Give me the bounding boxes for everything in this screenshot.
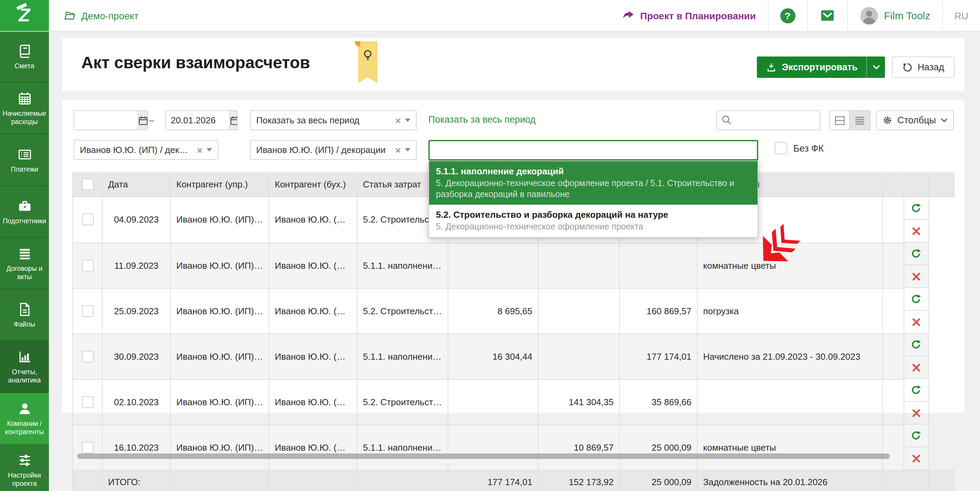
bar-chart-icon bbox=[17, 349, 32, 364]
sidebar-item-project-settings[interactable]: Настройки проекта bbox=[0, 445, 49, 491]
col-contractor-acc[interactable]: Контрагент (бух.) bbox=[269, 172, 357, 197]
list-view-button[interactable] bbox=[850, 110, 870, 130]
delete-row-button[interactable] bbox=[904, 220, 929, 242]
back-button[interactable]: Назад bbox=[892, 56, 955, 78]
table-row[interactable]: 16.10.2023 Иванов Ю.Ю. (ИП) /... Иванов … bbox=[73, 424, 954, 470]
horizontal-scrollbar[interactable] bbox=[77, 453, 890, 459]
dropdown-option[interactable]: 5.2. Строительство и разборка декораций … bbox=[429, 205, 757, 237]
delete-x-icon bbox=[912, 408, 921, 417]
chevron-down-icon bbox=[405, 148, 410, 151]
cost-item-combobox[interactable] bbox=[428, 140, 758, 161]
avatar bbox=[859, 6, 878, 25]
sidebar-item-accountables[interactable]: Подотчетники bbox=[0, 186, 49, 238]
contracts-list-icon bbox=[17, 246, 32, 261]
app-logo[interactable]: Z bbox=[0, 0, 49, 31]
clear-x-icon[interactable]: × bbox=[395, 145, 401, 155]
row-checkbox[interactable] bbox=[82, 260, 93, 271]
contractor-mgmt-select[interactable]: Иванов Ю.Ю. (ИП) / декорации × bbox=[74, 140, 218, 160]
no-fk-checkbox[interactable] bbox=[775, 142, 787, 155]
dropdown-option-highlighted[interactable]: 5.1.1. наполнение декораций 5. Декорацио… bbox=[429, 161, 757, 205]
refresh-row-button[interactable] bbox=[904, 242, 929, 265]
col-date[interactable]: Дата bbox=[102, 172, 170, 197]
date-to-input[interactable] bbox=[165, 110, 238, 130]
table-row[interactable]: 02.10.2023 Иванов Ю.Ю. (ИП) /... Иванов … bbox=[73, 379, 954, 424]
mail-button[interactable] bbox=[808, 0, 847, 31]
split-view-button[interactable] bbox=[829, 110, 850, 130]
sidebar-item-companies[interactable]: Компании / контрагенты bbox=[0, 393, 49, 445]
refresh-row-button[interactable] bbox=[904, 197, 929, 220]
totals-row: ИТОГО: 177 174,01 152 173,92 25 000,09 З… bbox=[73, 470, 954, 491]
file-icon bbox=[17, 301, 32, 317]
breadcrumb-project[interactable]: Демо-проект bbox=[64, 0, 138, 31]
film-toolz-app: Z Демо-проект Проект в Планировании ? Fi… bbox=[0, 0, 980, 491]
columns-button[interactable]: Столбцы bbox=[876, 110, 954, 130]
row-checkbox[interactable] bbox=[82, 351, 93, 362]
refresh-icon bbox=[910, 247, 923, 260]
search-box[interactable] bbox=[716, 110, 820, 130]
help-button[interactable]: ? bbox=[768, 0, 807, 31]
period-select[interactable]: Показать за весь период × bbox=[250, 110, 417, 130]
col-refresh bbox=[904, 172, 929, 197]
language-switcher[interactable]: RU bbox=[943, 0, 980, 31]
redo-arrow-icon bbox=[621, 9, 635, 22]
row-checkbox[interactable] bbox=[82, 305, 93, 317]
sidebar-item-files[interactable]: Файлы bbox=[0, 289, 49, 341]
project-name: Демо-проект bbox=[81, 10, 138, 21]
clear-x-icon[interactable]: × bbox=[197, 145, 202, 155]
show-full-period-link[interactable]: Показать за весь период bbox=[428, 115, 535, 125]
chevron-down-icon bbox=[207, 148, 212, 151]
no-fk-filter: Без ФК bbox=[775, 142, 824, 155]
planning-status-link[interactable]: Проект в Планировании bbox=[609, 0, 768, 31]
select-all-checkbox[interactable] bbox=[82, 179, 93, 190]
title-card: Акт сверки взаиморасчетов Экспортировать… bbox=[62, 38, 964, 91]
row-checkbox[interactable] bbox=[82, 396, 93, 408]
delete-row-button[interactable] bbox=[904, 265, 929, 288]
cost-item-dropdown: 5.1.1. наполнение декораций 5. Декорацио… bbox=[428, 161, 758, 238]
search-input[interactable] bbox=[717, 111, 819, 129]
refresh-row-button[interactable] bbox=[904, 333, 929, 356]
delete-row-button[interactable] bbox=[904, 447, 929, 470]
user-menu[interactable]: Film Toolz bbox=[848, 0, 942, 31]
sidebar-item-smeta[interactable]: Смета bbox=[0, 31, 49, 83]
chevron-down-icon bbox=[941, 118, 948, 123]
col-contractor-mgmt[interactable]: Контрагент (упр.) bbox=[170, 172, 269, 197]
refresh-row-button[interactable] bbox=[904, 424, 929, 447]
table-row[interactable]: 30.09.2023 Иванов Ю.Ю. (ИП) /... Иванов … bbox=[73, 333, 954, 379]
delete-row-button[interactable] bbox=[904, 356, 929, 379]
row-checkbox[interactable] bbox=[82, 214, 93, 226]
col-spacer bbox=[883, 172, 904, 197]
refresh-row-button[interactable] bbox=[904, 379, 929, 402]
filter-row-1: – Показать за весь период × Показать за … bbox=[62, 110, 964, 130]
export-button[interactable]: Экспортировать bbox=[757, 56, 885, 78]
table-row[interactable]: 25.09.2023 Иванов Ю.Ю. (ИП) /... Иванов … bbox=[73, 288, 954, 333]
view-toggle-group bbox=[829, 110, 870, 130]
delete-x-icon bbox=[912, 272, 921, 281]
clear-x-icon[interactable]: × bbox=[395, 115, 401, 125]
username: Film Toolz bbox=[884, 10, 931, 21]
export-dropdown-toggle[interactable] bbox=[867, 56, 885, 78]
sidebar-item-contracts[interactable]: Договоры и акты bbox=[0, 238, 49, 289]
refresh-icon bbox=[910, 384, 923, 396]
calendar-small-icon[interactable] bbox=[229, 111, 238, 129]
delete-x-icon bbox=[912, 317, 921, 326]
row-checkbox[interactable] bbox=[82, 442, 93, 453]
sidebar-item-reports[interactable]: Отчеты, аналитика bbox=[0, 341, 49, 393]
delete-row-button[interactable] bbox=[904, 402, 929, 424]
contractor-acc-select[interactable]: Иванов Ю.Ю. (ИП) / декорации × bbox=[250, 140, 417, 160]
date-to-field[interactable] bbox=[166, 111, 229, 129]
sidebar-item-payments[interactable]: Платежи bbox=[0, 134, 49, 186]
delete-row-button[interactable] bbox=[904, 311, 929, 333]
undo-icon bbox=[902, 62, 913, 72]
date-from-input[interactable] bbox=[74, 110, 148, 130]
delete-x-icon bbox=[912, 363, 921, 372]
hint-bookmark[interactable] bbox=[358, 41, 377, 77]
help-icon: ? bbox=[780, 8, 795, 23]
briefcase-icon bbox=[17, 198, 32, 213]
search-icon bbox=[721, 115, 732, 126]
sidebar-item-accrued-expenses[interactable]: Начисляемые расходы bbox=[0, 83, 49, 134]
refresh-row-button[interactable] bbox=[904, 288, 929, 311]
table-row[interactable]: 11.09.2023 Иванов Ю.Ю. (ИП) /... Иванов … bbox=[73, 242, 954, 288]
date-from-field[interactable] bbox=[75, 111, 138, 129]
calendar-small-icon[interactable] bbox=[138, 111, 148, 129]
person-icon bbox=[17, 401, 32, 416]
